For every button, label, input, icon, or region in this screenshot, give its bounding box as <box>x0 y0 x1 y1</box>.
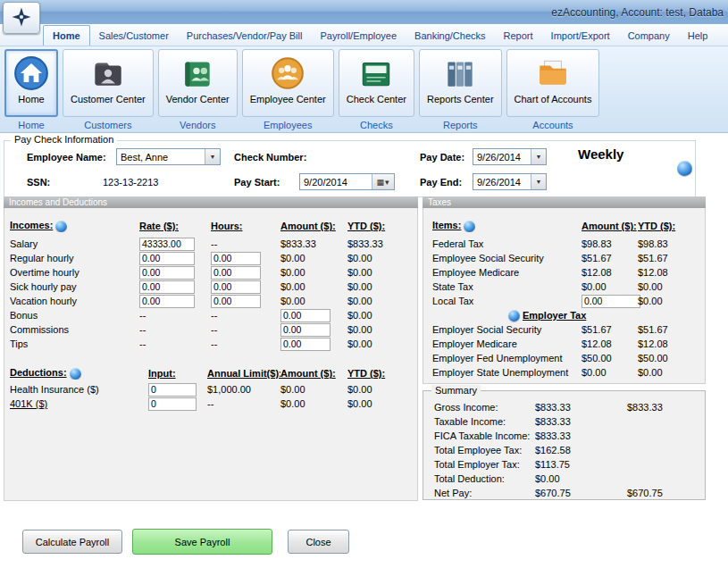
tab-import-export[interactable]: Import/Export <box>542 26 619 46</box>
save-payroll-button[interactable]: Save Payroll <box>132 529 272 555</box>
toolbar-vendor-center[interactable]: Vendor Center Vendors <box>158 49 238 130</box>
deduction-annual-limit: $1,000.00 <box>207 384 280 395</box>
toolbar-reports-center[interactable]: Reports Center Reports <box>419 49 502 130</box>
toolbar-home[interactable]: Home Home <box>4 49 58 130</box>
chevron-down-icon[interactable]: ▼ <box>531 174 546 189</box>
vendor-center-button[interactable]: Vendor Center <box>158 49 238 117</box>
sick-hourly-rate-input[interactable] <box>139 280 195 294</box>
toolbar-chart-of-accounts[interactable]: Chart of Accounts Accounts <box>506 49 600 130</box>
overtime-hourly-rate-input[interactable] <box>139 266 195 280</box>
401k-input[interactable] <box>148 397 197 411</box>
tab-help[interactable]: Help <box>679 26 717 46</box>
tips-amount-input[interactable] <box>280 338 331 351</box>
toolbar-item-caption: Checks <box>360 120 393 130</box>
toolbar-item-title: Vendor Center <box>166 94 230 104</box>
taxes-help-globe-icon[interactable] <box>464 221 475 232</box>
tax-row-employer-social-security: Employer Social Security $51.67 $51.67 <box>423 322 705 337</box>
summary-amount: $833.33 <box>535 416 627 427</box>
chevron-down-icon[interactable]: ▼ <box>205 149 220 164</box>
summary-amount: $113.75 <box>535 459 627 470</box>
tax-label: State Tax <box>432 281 582 292</box>
summary-label: Gross Income: <box>434 402 535 413</box>
ssn-value: 123-13-2213 <box>103 177 158 188</box>
pay-end-select[interactable]: 9/26/2014 ▼ <box>473 173 547 190</box>
tab-home[interactable]: Home <box>43 25 90 46</box>
calendar-icon[interactable]: ▦▾ <box>372 174 394 189</box>
summary-label: Total Employer Tax: <box>434 459 535 470</box>
income-rate: -- <box>139 310 211 321</box>
incomes-help-globe-icon[interactable] <box>55 221 67 232</box>
reports-center-button[interactable]: Reports Center <box>419 49 502 117</box>
toolbar-employee-center[interactable]: Employee Center Employees <box>242 49 334 130</box>
taxes-section-header: Taxes <box>423 196 706 208</box>
income-row-sick-hourly: Sick hourly pay $0.00 $0.00 <box>4 280 417 294</box>
deduction-row-health-insurance: Health Insurance ($) $1,000.00 $0.00 $0.… <box>4 382 417 397</box>
chevron-down-icon[interactable]: ▼ <box>531 149 546 164</box>
toolbar-item-caption: Employees <box>264 120 312 130</box>
income-ytd: $0.00 <box>347 253 417 263</box>
health-insurance-input[interactable] <box>148 383 197 397</box>
summary-panel: Gross Income: $833.33 $833.33 Taxable In… <box>423 390 706 500</box>
app-menu-button[interactable] <box>3 2 40 34</box>
tab-payroll-employee[interactable]: Payroll/Employee <box>311 26 406 46</box>
commissions-amount-input[interactable] <box>280 323 331 337</box>
employer-tax-help-globe-icon[interactable] <box>508 310 520 322</box>
employee-name-select[interactable]: Best, Anne ▼ <box>116 148 221 165</box>
bonus-amount-input[interactable] <box>280 309 331 322</box>
incomes-header-row: Incomes: Rate ($): Hours: Amount ($): YT… <box>4 219 417 233</box>
tax-row-employee-social-security: Employee Social Security $51.67 $51.67 <box>423 251 705 265</box>
pay-date-select[interactable]: 9/26/2014 ▼ <box>473 148 547 165</box>
paycheck-group-title: Pay Check Information <box>11 134 117 145</box>
customer-center-button[interactable]: Customer Center <box>63 49 154 117</box>
income-hours: -- <box>211 310 280 321</box>
check-center-button[interactable]: Check Center <box>339 49 414 117</box>
income-label: Commissions <box>10 324 139 335</box>
close-button[interactable]: Close <box>288 530 349 554</box>
vacation-hourly-rate-input[interactable] <box>139 295 195 308</box>
deduction-label-401k-link[interactable]: 401K ($) <box>10 398 148 409</box>
tax-amount: $51.67 <box>582 324 638 335</box>
local-tax-input[interactable] <box>582 295 640 308</box>
income-rate: -- <box>139 338 211 349</box>
check-number-input[interactable] <box>314 148 399 164</box>
toolbar-item-title: Reports Center <box>427 94 494 104</box>
tax-ytd: $51.67 <box>638 324 705 335</box>
sick-hourly-hours-input[interactable] <box>211 280 261 294</box>
chart-of-accounts-icon <box>534 54 572 92</box>
toolbar-check-center[interactable]: Check Center Checks <box>339 49 414 130</box>
deductions-help-globe-icon[interactable] <box>70 368 81 380</box>
tax-row-employee-medicare: Employee Medicare $12.08 $12.08 <box>423 265 705 280</box>
tab-banking-checks[interactable]: Banking/Checks <box>406 26 495 46</box>
regular-hourly-hours-input[interactable] <box>211 252 261 265</box>
toolbar-customer-center[interactable]: Customer Center Customers <box>63 49 154 130</box>
vacation-hourly-hours-input[interactable] <box>211 295 261 308</box>
summary-row-taxable-income: Taxable Income: $833.33 <box>423 414 705 429</box>
income-ytd: $0.00 <box>347 324 417 335</box>
tax-amount: $12.08 <box>582 267 638 278</box>
paycheck-help-globe-icon[interactable] <box>677 161 692 176</box>
tax-amount: $50.00 <box>582 353 638 363</box>
toolbar-item-caption: Reports <box>443 120 478 130</box>
tab-purchases-vendor[interactable]: Purchases/Vendor/Pay Bill <box>178 26 312 46</box>
summary-row-gross-income: Gross Income: $833.33 $833.33 <box>423 400 705 414</box>
tax-amount: $98.83 <box>582 238 638 249</box>
home-button[interactable]: Home <box>4 49 58 117</box>
income-hours: -- <box>211 338 280 349</box>
salary-rate-input[interactable] <box>139 238 195 251</box>
tax-label: Employer Medicare <box>432 338 582 349</box>
employer-tax-header-row: Employer Tax <box>423 308 705 322</box>
amount-header: Amount ($): <box>280 221 347 231</box>
pay-start-datepicker[interactable]: 9/20/2014 ▦▾ <box>299 173 395 190</box>
tax-ytd: $0.00 <box>638 281 705 292</box>
tax-label: Employee Medicare <box>432 267 582 278</box>
tab-report[interactable]: Report <box>495 26 542 46</box>
overtime-hourly-hours-input[interactable] <box>211 266 261 280</box>
employee-center-button[interactable]: Employee Center <box>242 49 334 117</box>
rate-header: Rate ($): <box>139 221 211 231</box>
regular-hourly-rate-input[interactable] <box>139 252 195 265</box>
chart-of-accounts-button[interactable]: Chart of Accounts <box>506 49 600 117</box>
deduction-row-401k: 401K ($) -- $0.00 $0.00 <box>4 397 417 411</box>
tab-sales-customer[interactable]: Sales/Customer <box>90 26 178 46</box>
calculate-payroll-button[interactable]: Calculate Payroll <box>22 530 122 554</box>
tab-company[interactable]: Company <box>619 26 679 46</box>
